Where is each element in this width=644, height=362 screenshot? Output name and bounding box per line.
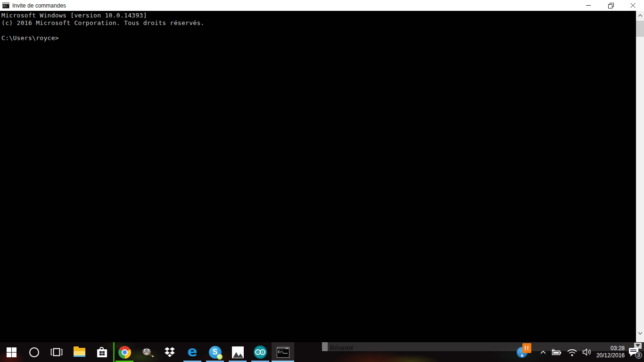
network-status[interactable] [564, 342, 580, 362]
action-center-button[interactable]: 3 [627, 342, 644, 362]
window-titlebar: C:\ Invite de commandes [0, 0, 644, 11]
window-title: Invite de commandes [12, 2, 66, 9]
cortana-circle-icon [29, 347, 39, 357]
cmd-icon-text: C:\ [3, 4, 7, 8]
chevron-up-icon [638, 14, 643, 17]
file-explorer-icon [74, 348, 85, 357]
chrome-icon [118, 346, 131, 359]
scrollbar-thumb[interactable] [636, 21, 644, 37]
task-view-button[interactable] [45, 342, 68, 362]
cmd-window-icon: C:\ [2, 2, 9, 8]
windows-store-icon [97, 349, 107, 357]
show-hidden-icons-button[interactable] [538, 342, 548, 362]
close-button[interactable] [622, 0, 644, 11]
gimp-icon [140, 346, 154, 358]
restore-button[interactable] [600, 0, 622, 11]
taskbar-item-chrome[interactable] [113, 342, 136, 362]
minimize-button[interactable] [578, 0, 600, 11]
terminal-line: (c) 2016 Microsoft Corporation. Tous dro… [1, 19, 636, 27]
terminal-line [1, 27, 636, 34]
edge-icon: e [187, 344, 197, 359]
restore-icon [608, 3, 614, 8]
start-button[interactable] [0, 342, 23, 362]
scroll-down-button[interactable] [636, 329, 644, 337]
terminal-prompt: C:\Users\royce> [1, 34, 636, 42]
battery-charging-icon [551, 348, 562, 356]
close-icon [630, 3, 636, 8]
window-controls [578, 0, 644, 11]
battery-status[interactable] [548, 342, 564, 362]
volume-icon [582, 348, 592, 356]
console-output: Microsoft Windows [version 10.0.14393] (… [0, 11, 636, 342]
system-tray: !! [514, 342, 644, 362]
blue-app-icon: !! [517, 347, 528, 358]
taskbar-item-dropbox[interactable] [158, 342, 181, 362]
minimize-icon [586, 3, 591, 8]
skype-status-dot [217, 354, 223, 360]
task-view-icon [50, 348, 63, 356]
volume-control[interactable] [580, 342, 594, 362]
skype-icon: S [209, 346, 222, 359]
taskbar-item-file-explorer[interactable] [68, 342, 91, 362]
wifi-icon [567, 348, 578, 356]
taskbar-item-gimp[interactable] [136, 342, 158, 362]
chevron-down-icon [638, 332, 643, 335]
taskbar-item-edge[interactable]: e [181, 342, 204, 362]
arduino-icon [254, 346, 267, 359]
taskbar-clock[interactable]: 03:28 20/12/2016 [594, 342, 627, 362]
scroll-up-button[interactable] [636, 11, 644, 19]
command-prompt-icon: C:\ [277, 347, 289, 358]
taskbar-buttons: e S [0, 342, 294, 362]
taskbar-item-windows-store[interactable] [91, 342, 113, 362]
taskbar: Résumé [0, 342, 644, 362]
desktop-screen: C:\ Invite de commandes Microsoft Wi [0, 0, 644, 362]
photos-icon [232, 346, 244, 358]
taskbar-item-skype[interactable]: S [204, 342, 226, 362]
terminal-line: Microsoft Windows [version 10.0.14393] [1, 12, 636, 19]
chrome-highlight-stripe [113, 342, 115, 362]
cortana-search-button[interactable] [23, 342, 45, 362]
dropbox-icon [163, 346, 176, 358]
chevron-up-icon [540, 351, 546, 354]
alert-badge: !! [522, 343, 531, 353]
taskbar-item-command-prompt[interactable]: C:\ [272, 342, 294, 362]
windows-logo-icon [7, 347, 17, 357]
tray-app-with-alert[interactable]: !! [514, 342, 538, 362]
vertical-scrollbar[interactable] [636, 11, 644, 342]
notification-count-badge: 3 [635, 352, 642, 359]
clock-time: 03:28 [596, 345, 625, 352]
action-center-icon: 3 [629, 348, 639, 357]
clock-date: 20/12/2016 [596, 352, 625, 359]
taskbar-item-photos[interactable] [226, 342, 249, 362]
taskbar-item-arduino[interactable] [249, 342, 272, 362]
